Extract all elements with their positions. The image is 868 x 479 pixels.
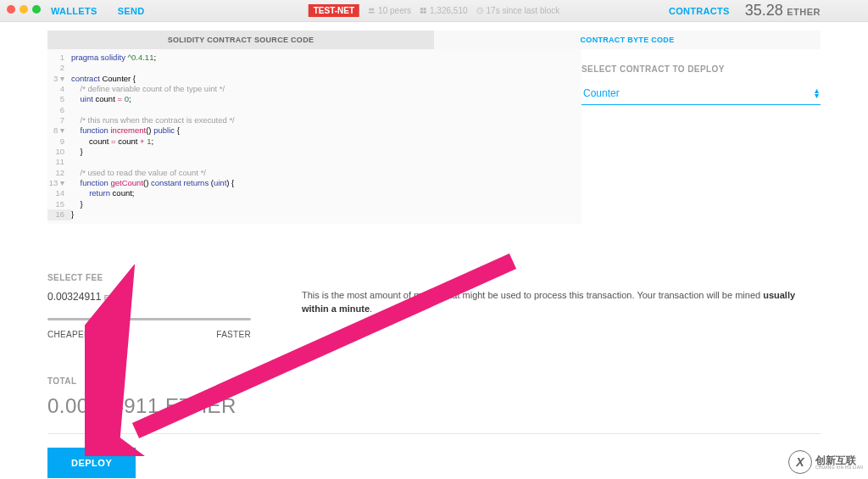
- slider-faster-label: FASTER: [216, 330, 251, 339]
- peers-icon: [368, 7, 376, 14]
- deploy-button[interactable]: DEPLOY: [47, 448, 136, 478]
- nav-contracts[interactable]: CONTRACTS: [669, 6, 730, 16]
- select-fee-label: SELECT FEE: [47, 273, 251, 282]
- minimize-dot[interactable]: [19, 5, 28, 14]
- select-contract-label: SELECT CONTRACT TO DEPLOY: [581, 64, 821, 74]
- tab-source-code[interactable]: SOLIDITY CONTRACT SOURCE CODE: [47, 31, 434, 49]
- window-controls: [7, 5, 41, 14]
- fee-value: 0.00324911 ETHER: [47, 291, 251, 303]
- svg-rect-4: [420, 11, 423, 14]
- nav-send[interactable]: SEND: [118, 6, 145, 16]
- total-value: 0.00324911 ETHER: [47, 394, 821, 418]
- svg-rect-2: [420, 8, 423, 10]
- chevron-up-down-icon: ▴▾: [815, 88, 819, 98]
- code-editor[interactable]: 1pragma solidity ^0.4.11; 2 3 ▾contract …: [47, 49, 556, 224]
- balance: 35.28 ETHER: [745, 2, 821, 19]
- svg-rect-3: [424, 8, 426, 10]
- maximize-dot[interactable]: [32, 5, 41, 14]
- network-badge: TEST-NET: [309, 4, 359, 17]
- code-tabs: SOLIDITY CONTRACT SOURCE CODE CONTRACT B…: [47, 31, 821, 49]
- fee-slider[interactable]: [47, 315, 251, 323]
- time-stat: 17s since last block: [476, 6, 560, 15]
- topbar: WALLETS SEND TEST-NET 10 peers 1,326,510…: [0, 0, 868, 22]
- separator: [47, 433, 821, 434]
- block-stat: 1,326,510: [420, 6, 468, 15]
- fee-info: This is the most amount of money that mi…: [302, 273, 821, 339]
- clock-icon: [476, 7, 484, 14]
- tab-byte-code[interactable]: CONTRACT BYTE CODE: [434, 31, 821, 49]
- slider-cheaper-label: CHEAPER: [47, 330, 90, 339]
- contract-selected: Counter: [583, 87, 620, 99]
- nav-wallets[interactable]: WALLETS: [51, 6, 97, 16]
- watermark: X 创新互联 CHUANG XIN HU LIAN: [788, 450, 863, 474]
- contract-select[interactable]: Counter ▴▾: [581, 82, 821, 105]
- block-icon: [420, 7, 427, 14]
- watermark-logo: X: [788, 450, 812, 474]
- close-dot[interactable]: [7, 5, 15, 14]
- svg-point-1: [372, 8, 375, 11]
- slider-thumb[interactable]: [107, 313, 117, 323]
- svg-rect-5: [424, 11, 426, 14]
- total-label: TOTAL: [47, 376, 821, 386]
- svg-point-0: [370, 8, 372, 11]
- peers-stat: 10 peers: [368, 6, 411, 15]
